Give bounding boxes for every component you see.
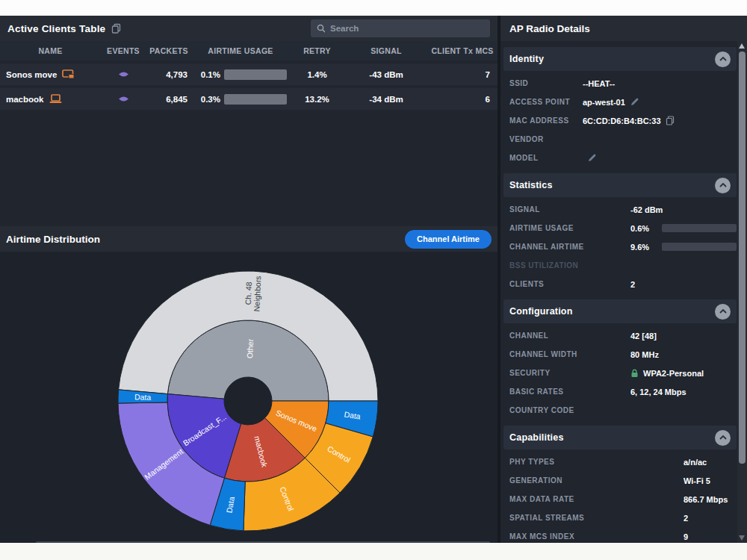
collapse-chevron-button[interactable] (715, 178, 731, 193)
field-row-spatial-streams: SPATIAL STREAMS2 (503, 508, 737, 527)
laptop-icon (49, 94, 62, 104)
clients-table-body: Sonos move 4,793 0.1% 1.4% -43 dBm 7 (0, 60, 498, 226)
copy-icon[interactable] (111, 23, 121, 34)
section-title: Configuration (509, 306, 573, 317)
section-header-configuration[interactable]: Configuration (503, 299, 737, 323)
field-row-phy-types: PHY TYPESa/n/ac (503, 452, 737, 471)
lock-icon (630, 369, 639, 378)
field-value: 2 (684, 514, 688, 523)
field-value-text: 6, 12, 24 Mbps (630, 388, 686, 396)
field-row-country-code: COUNTRY CODE (503, 401, 737, 420)
bottom-margin (0, 543, 747, 560)
field-value: WPA2-Personal (630, 369, 704, 378)
section-header-capabilities[interactable]: Capabilities (503, 426, 737, 449)
col-header-packets[interactable]: PACKETS (146, 46, 192, 55)
col-header-retry[interactable]: RETRY (289, 46, 345, 55)
collapse-chevron-button[interactable] (715, 304, 731, 320)
mcs-value: 6 (427, 95, 498, 104)
field-value-text: --HEAT-- (583, 79, 615, 88)
copy-icon[interactable] (666, 116, 675, 125)
field-value-text: -62 dBm (630, 205, 663, 214)
collapse-chevron-button[interactable] (715, 52, 731, 67)
ap-radio-details-panel: AP Radio Details IdentitySSID--HEAT--ACC… (500, 16, 747, 543)
field-label: CHANNEL AIRTIME (509, 243, 630, 251)
field-row-model: MODEL (503, 149, 737, 167)
field-value: 6, 12, 24 Mbps (630, 388, 686, 396)
field-value-text: 9 (684, 532, 688, 541)
table-row-sonos-move[interactable]: Sonos move 4,793 0.1% 1.4% -43 dBm 7 (0, 63, 498, 85)
signal-value: -43 dBm (345, 70, 427, 79)
airtime-distribution-titlebar: Airtime Distribution Channel Airtime (0, 226, 498, 252)
col-header-signal[interactable]: SIGNAL (345, 46, 427, 55)
vertical-scrollbar[interactable] (737, 41, 747, 543)
field-row-ssid: SSID--HEAT-- (503, 74, 737, 93)
field-value-text: 2 (684, 514, 688, 523)
field-label: GENERATION (509, 476, 684, 485)
col-header-events[interactable]: EVENTS (101, 46, 146, 55)
signal-value: -34 dBm (345, 95, 427, 104)
field-value: 0.6% (630, 224, 660, 233)
scrollbar-up-arrow-icon[interactable] (739, 43, 745, 49)
field-value-text: 42 [48] (630, 332, 657, 340)
collapse-chevron-button[interactable] (715, 430, 731, 446)
active-clients-titlebar: Active Clients Table (0, 16, 498, 41)
table-row-macbook[interactable]: macbook 6,845 0.3% 13.2% -34 dBm 6 (0, 88, 498, 110)
chevron-up-icon (719, 435, 727, 440)
sunburst-svg: OtherSonos movemacbookBroadcast_F...Ch. … (0, 252, 498, 542)
field-value: 6C:CD:D6:B4:BC:33 (583, 116, 675, 125)
col-header-airtime[interactable]: AIRTIME USAGE (192, 46, 289, 55)
field-row-basic-rates: BASIC RATES6, 12, 24 Mbps (503, 382, 737, 401)
field-value: 9 (684, 532, 688, 541)
field-row-access-point: ACCESS POINTap-west-01 (503, 93, 737, 111)
field-value-text: a/n/ac (684, 458, 707, 467)
search-icon (317, 24, 325, 33)
field-label: BSS UTILIZATION (509, 261, 630, 270)
field-value-text: WPA2-Personal (643, 369, 704, 378)
airtime-sunburst-chart: OtherSonos movemacbookBroadcast_F...Ch. … (0, 252, 498, 545)
active-clients-title: Active Clients Table (7, 23, 105, 34)
field-value: 80 MHz (630, 350, 659, 359)
field-label: COUNTRY CODE (509, 406, 630, 414)
field-value-text: 0.6% (630, 224, 649, 233)
scrollbar-down-arrow-icon[interactable] (739, 535, 745, 541)
field-value-text: 2 (630, 280, 635, 289)
field-label: PHY TYPES (509, 458, 684, 466)
section-header-statistics[interactable]: Statistics (503, 173, 737, 197)
section-header-identity[interactable]: Identity (503, 47, 737, 71)
field-value-text: 6C:CD:D6:B4:BC:33 (583, 116, 661, 125)
wifi-analyzer-window: Active Clients Table NAME EVENTS PACKETS… (0, 16, 747, 543)
field-row-channel-airtime: CHANNEL AIRTIME9.6% (503, 237, 737, 256)
cast-device-icon (62, 69, 75, 79)
field-row-signal: SIGNAL-62 dBm (503, 200, 737, 219)
edit-pencil-icon[interactable] (587, 153, 597, 163)
field-value-text: 866.7 Mbps (684, 495, 728, 504)
active-clients-panel: Active Clients Table NAME EVENTS PACKETS… (0, 16, 498, 543)
channel-airtime-button[interactable]: Channel Airtime (405, 230, 492, 249)
airtime-bar (224, 69, 287, 80)
scrollbar-thumb[interactable] (739, 52, 746, 464)
search-input[interactable] (330, 24, 484, 33)
field-row-mac-address: MAC ADDRESS6C:CD:D6:B4:BC:33 (503, 111, 737, 130)
mcs-value: 7 (427, 70, 498, 79)
field-label: MAX MCS INDEX (509, 532, 684, 541)
app-screenshot: Active Clients Table NAME EVENTS PACKETS… (0, 0, 747, 560)
field-value: a/n/ac (684, 458, 707, 467)
col-header-mcs[interactable]: CLIENT Tx MCS (427, 46, 498, 55)
field-value: 9.6% (630, 243, 660, 252)
field-label: SECURITY (509, 369, 630, 377)
field-row-max-data-rate: MAX DATA RATE866.7 Mbps (503, 490, 737, 508)
edit-pencil-icon[interactable] (630, 97, 639, 107)
chevron-up-icon (719, 57, 727, 61)
field-value-text: 80 MHz (630, 350, 659, 359)
packets-value: 4,793 (146, 70, 192, 79)
field-label: MODEL (509, 154, 583, 162)
ap-radio-details-title: AP Radio Details (509, 23, 590, 34)
field-value: 866.7 Mbps (684, 495, 728, 504)
field-label: AIRTIME USAGE (509, 224, 630, 232)
col-header-name[interactable]: NAME (0, 46, 101, 55)
eye-icon[interactable] (118, 71, 129, 78)
eye-icon[interactable] (118, 96, 129, 102)
search-box[interactable] (311, 19, 490, 37)
field-row-clients: CLIENTS2 (503, 275, 737, 293)
field-label: MAC ADDRESS (509, 116, 583, 125)
